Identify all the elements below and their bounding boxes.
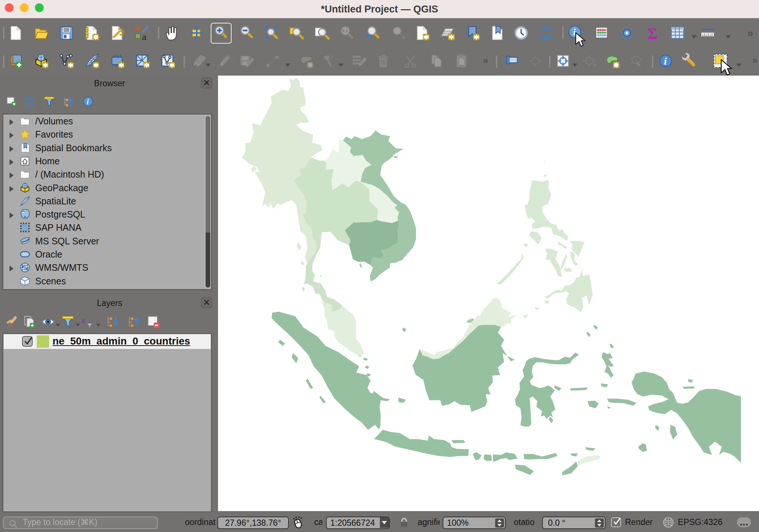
svg-text:Σ: Σ <box>647 25 657 41</box>
svg-text:i: i <box>87 98 89 106</box>
svg-text:1:1: 1:1 <box>342 29 348 33</box>
svg-text:i: i <box>664 55 667 67</box>
svg-text:a: a <box>142 32 146 41</box>
svg-text:ε: ε <box>81 315 86 325</box>
